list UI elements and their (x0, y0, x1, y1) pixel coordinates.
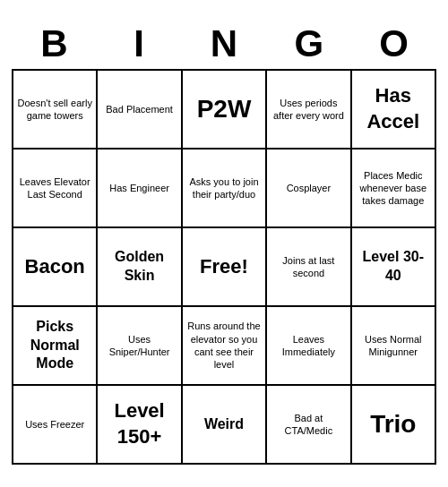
bingo-title: B I N G O (12, 22, 436, 65)
bingo-card: B I N G O Doesn't sell early game towers… (4, 15, 444, 472)
cell-2-4[interactable]: Level 30-40 (352, 228, 436, 307)
cell-3-2[interactable]: Runs around the elevator so you cant see… (183, 307, 267, 386)
cell-3-0[interactable]: Picks Normal Mode (13, 307, 98, 386)
cell-3-1[interactable]: Uses Sniper/Hunter (98, 307, 182, 386)
cell-2-3[interactable]: Joins at last second (267, 228, 351, 307)
cell-4-3[interactable]: Bad at CTA/Medic (267, 386, 351, 465)
cell-0-2[interactable]: P2W (183, 71, 267, 150)
cell-2-1[interactable]: Golden Skin (98, 228, 182, 307)
cell-1-4[interactable]: Places Medic whenever base takes damage (352, 150, 436, 228)
cell-3-4[interactable]: Uses Normal Minigunner (352, 307, 436, 386)
letter-n: N (185, 22, 263, 65)
bingo-grid: Doesn't sell early game towersBad Placem… (12, 69, 436, 465)
cell-4-0[interactable]: Uses Freezer (13, 386, 98, 465)
cell-0-4[interactable]: Has Accel (352, 71, 436, 150)
cell-0-0[interactable]: Doesn't sell early game towers (13, 71, 98, 150)
letter-b: B (14, 22, 93, 65)
cell-3-3[interactable]: Leaves Immediately (267, 307, 351, 386)
cell-1-2[interactable]: Asks you to join their party/duo (183, 150, 267, 228)
cell-1-0[interactable]: Leaves Elevator Last Second (13, 150, 98, 228)
letter-o: O (355, 22, 434, 65)
cell-1-1[interactable]: Has Engineer (98, 150, 182, 228)
letter-g: G (270, 22, 349, 65)
cell-4-1[interactable]: Level 150+ (98, 386, 182, 465)
cell-1-3[interactable]: Cosplayer (267, 150, 351, 228)
cell-4-4[interactable]: Trio (352, 386, 436, 465)
cell-2-2[interactable]: Free! (183, 228, 267, 307)
cell-2-0[interactable]: Bacon (13, 228, 98, 307)
cell-4-2[interactable]: Weird (183, 386, 267, 465)
letter-i: I (99, 22, 178, 65)
cell-0-1[interactable]: Bad Placement (98, 71, 182, 150)
cell-0-3[interactable]: Uses periods after every word (267, 71, 351, 150)
